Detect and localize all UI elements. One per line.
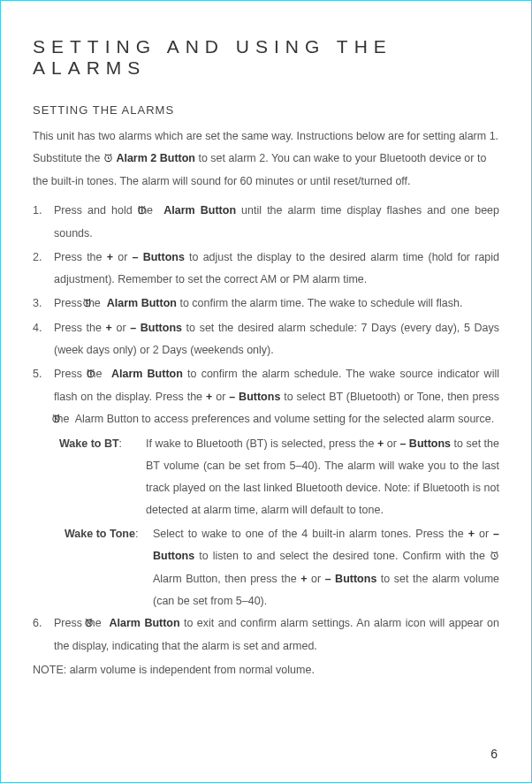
colon: :	[119, 437, 122, 450]
alarm-button-label: Alarm Button	[111, 368, 183, 380]
step-number: 2.	[33, 247, 54, 269]
alarm-button-label: Alarm Button	[107, 297, 177, 309]
step-number: 5.	[33, 363, 54, 385]
plus-label: +	[106, 322, 112, 334]
wake-tone-text: Select to wake to one of the 4 built-in …	[153, 528, 468, 540]
step-text: Press the	[54, 322, 106, 334]
step-text: Press the	[54, 251, 107, 263]
step-text: to confirm the alarm time. The wake to s…	[177, 297, 463, 309]
minus-buttons-label: – Buttons	[229, 391, 280, 403]
wake-to-bt-block: Wake to BT: If wake to Bluetooth (BT) is…	[33, 433, 499, 521]
step-text: or	[475, 528, 493, 540]
note-text: NOTE: alarm volume is independent from n…	[33, 659, 499, 681]
step-number: 6.	[33, 612, 54, 635]
step-1: 1.Press and hold the Alarm Button until …	[33, 200, 499, 245]
minus-buttons-label: – Buttons	[399, 437, 451, 450]
step-text: Press the	[54, 368, 107, 380]
step-5: 5.Press the Alarm Button to confirm the …	[33, 363, 499, 431]
wake-tone-text: to listen to and select the desired tone…	[194, 550, 490, 562]
step-6: 6.Press the Alarm Button to exit and con…	[33, 612, 499, 658]
minus-buttons-label: – Buttons	[133, 251, 185, 263]
step-text: Alarm Button to access preferences and v…	[72, 413, 494, 425]
minus-buttons-label: – Buttons	[325, 573, 377, 585]
wake-to-bt-label: Wake to BT	[59, 437, 119, 450]
plus-label: +	[107, 251, 113, 263]
alarm-button-label: Alarm Button	[163, 204, 236, 217]
step-text: Press the	[54, 297, 103, 309]
step-text: Press the	[54, 617, 105, 629]
wake-tone-text: Alarm Button, then press the	[153, 573, 300, 585]
step-number: 1.	[33, 200, 54, 222]
wake-to-tone-label: Wake to Tone	[65, 528, 135, 540]
alarm2-button-label: Alarm 2 Button	[116, 152, 195, 164]
alarm-button-label: Alarm Button	[110, 617, 180, 629]
step-text: or	[113, 251, 133, 263]
step-number: 4.	[33, 317, 54, 339]
step-4: 4.Press the + or – Buttons to set the de…	[33, 317, 499, 361]
page-number: 6	[490, 747, 498, 761]
step-2: 2.Press the + or – Buttons to adjust the…	[33, 247, 499, 291]
step-text: or	[112, 322, 130, 334]
wake-bt-text: If wake to Bluetooth (BT) is selected, p…	[146, 437, 377, 450]
section-heading: SETTING THE ALARMS	[33, 103, 499, 117]
minus-buttons-label: – Buttons	[130, 322, 182, 334]
plus-label: +	[468, 528, 475, 540]
step-text: or	[307, 573, 324, 585]
alarm-clock-icon	[490, 546, 499, 568]
wake-to-tone-block: Wake to Tone: Select to wake to one of t…	[33, 523, 499, 612]
alarm-clock-icon	[103, 148, 113, 171]
intro-paragraph: This unit has two alarms which are set t…	[33, 125, 499, 193]
step-text: or	[212, 391, 229, 403]
step-number: 3.	[33, 293, 54, 315]
steps-list: 1.Press and hold the Alarm Button until …	[33, 200, 499, 658]
step-text: or	[384, 437, 399, 450]
colon: :	[135, 528, 138, 540]
step-3: 3.Press the Alarm Button to confirm the …	[33, 293, 499, 315]
page-title: SETTING AND USING THE ALARMS	[33, 36, 499, 79]
